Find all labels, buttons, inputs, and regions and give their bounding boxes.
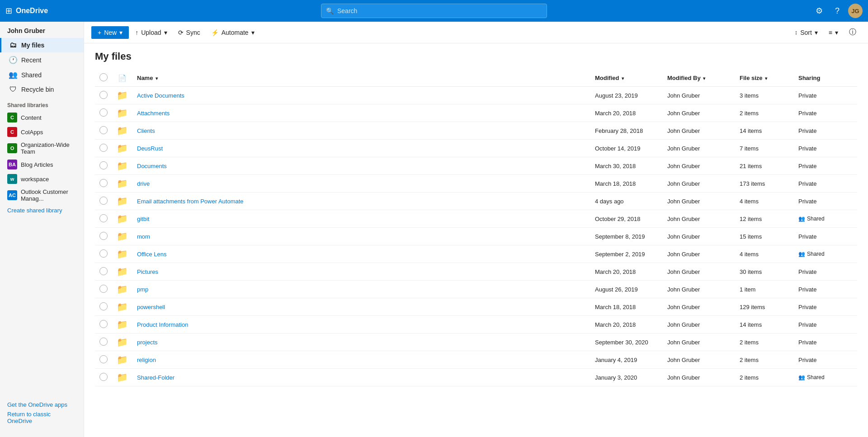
header-checkbox[interactable] bbox=[99, 73, 108, 81]
lib-label: ColApps bbox=[21, 129, 43, 136]
row-checkbox[interactable] bbox=[99, 302, 108, 310]
file-table-body: 📁Active DocumentsAugust 23, 2019John Gru… bbox=[95, 87, 857, 386]
sidebar-item-workspace[interactable]: w workspace bbox=[0, 172, 84, 186]
view-button[interactable]: ≡ ▾ bbox=[824, 26, 843, 39]
row-file-name[interactable]: powershell bbox=[132, 298, 590, 316]
table-row[interactable]: 📁Email attachments from Power Automate4 … bbox=[95, 193, 857, 210]
table-row[interactable]: 📁gitbitOctober 29, 2018John Gruber12 ite… bbox=[95, 210, 857, 228]
row-folder-icon-cell: 📁 bbox=[112, 351, 132, 369]
row-file-name[interactable]: Clients bbox=[132, 122, 590, 140]
row-checkbox[interactable] bbox=[99, 320, 108, 328]
sidebar-item-blog-articles[interactable]: BA Blog Articles bbox=[0, 157, 84, 172]
sidebar-item-my-files[interactable]: 🗂 My files bbox=[0, 38, 84, 52]
col-header-modified[interactable]: Modified ▾ bbox=[590, 70, 663, 87]
table-row[interactable]: 📁Active DocumentsAugust 23, 2019John Gru… bbox=[95, 87, 857, 104]
sidebar-item-colapps[interactable]: C ColApps bbox=[0, 125, 84, 139]
row-folder-icon-cell: 📁 bbox=[112, 104, 132, 122]
col-header-name[interactable]: Name ▾ bbox=[132, 70, 590, 87]
table-row[interactable]: 📁DocumentsMarch 30, 2018John Gruber21 it… bbox=[95, 157, 857, 175]
search-input[interactable] bbox=[337, 7, 542, 14]
new-button[interactable]: + New ▾ bbox=[91, 26, 129, 39]
sidebar-item-recycle-bin[interactable]: 🛡 Recycle bin bbox=[0, 82, 84, 97]
table-row[interactable]: 📁AttachmentsMarch 20, 2018John Gruber2 i… bbox=[95, 104, 857, 122]
row-file-name[interactable]: drive bbox=[132, 175, 590, 193]
row-checkbox[interactable] bbox=[99, 179, 108, 187]
sidebar-item-content[interactable]: C Content bbox=[0, 110, 84, 125]
row-modified-date: March 20, 2018 bbox=[590, 316, 663, 334]
upload-chevron-icon: ▾ bbox=[164, 29, 167, 36]
row-checkbox[interactable] bbox=[99, 355, 108, 363]
table-row[interactable]: 📁Shared-FolderJanuary 3, 2020John Gruber… bbox=[95, 369, 857, 386]
row-modified-date: 4 days ago bbox=[590, 193, 663, 210]
row-checkbox[interactable] bbox=[99, 232, 108, 240]
row-checkbox[interactable] bbox=[99, 214, 108, 222]
sidebar-item-org-wide[interactable]: O Organization-Wide Team bbox=[0, 139, 84, 157]
sidebar-item-recent[interactable]: 🕐 Recent bbox=[0, 52, 84, 67]
table-row[interactable]: 📁DeusRustOctober 14, 2019John Gruber7 it… bbox=[95, 140, 857, 157]
row-checkbox[interactable] bbox=[99, 197, 108, 205]
table-row[interactable]: 📁PicturesMarch 20, 2018John Gruber30 ite… bbox=[95, 263, 857, 281]
table-row[interactable]: 📁momSeptember 8, 2019John Gruber15 items… bbox=[95, 228, 857, 245]
row-file-name[interactable]: Pictures bbox=[132, 263, 590, 281]
row-modified-date: March 20, 2018 bbox=[590, 104, 663, 122]
row-checkbox[interactable] bbox=[99, 91, 108, 99]
table-row[interactable]: 📁religionJanuary 4, 2019John Gruber2 ite… bbox=[95, 351, 857, 369]
table-row[interactable]: 📁pmpAugust 26, 2019John Gruber1 itemPriv… bbox=[95, 281, 857, 298]
row-file-name[interactable]: DeusRust bbox=[132, 140, 590, 157]
get-onedrive-apps-link[interactable]: Get the OneDrive apps bbox=[7, 401, 76, 408]
row-checkbox[interactable] bbox=[99, 285, 108, 293]
row-file-name[interactable]: pmp bbox=[132, 281, 590, 298]
row-file-name[interactable]: Office Lens bbox=[132, 245, 590, 263]
row-modified-date: September 30, 2020 bbox=[590, 334, 663, 351]
sidebar-item-shared[interactable]: 👥 Shared bbox=[0, 67, 84, 82]
row-checkbox[interactable] bbox=[99, 267, 108, 275]
row-sharing: Private bbox=[794, 263, 857, 281]
return-classic-link[interactable]: Return to classic OneDrive bbox=[7, 411, 76, 424]
row-file-name[interactable]: Product Information bbox=[132, 316, 590, 334]
sync-button[interactable]: ⟳ Sync bbox=[174, 26, 205, 39]
row-checkbox[interactable] bbox=[99, 126, 108, 134]
automate-button[interactable]: ⚡ Automate ▾ bbox=[207, 26, 259, 39]
table-row[interactable]: 📁ClientsFebruary 28, 2018John Gruber14 i… bbox=[95, 122, 857, 140]
row-file-name[interactable]: Email attachments from Power Automate bbox=[132, 193, 590, 210]
info-button[interactable]: ⓘ bbox=[844, 25, 861, 40]
settings-icon[interactable]: ⚙ bbox=[812, 4, 826, 18]
row-checkbox[interactable] bbox=[99, 108, 108, 117]
row-file-name[interactable]: Active Documents bbox=[132, 87, 590, 104]
create-shared-library-link[interactable]: Create shared library bbox=[0, 204, 84, 216]
row-file-name[interactable]: Attachments bbox=[132, 104, 590, 122]
row-file-name[interactable]: projects bbox=[132, 334, 590, 351]
help-icon[interactable]: ? bbox=[830, 4, 844, 18]
row-file-name[interactable]: Documents bbox=[132, 157, 590, 175]
search-bar[interactable]: 🔍 bbox=[321, 4, 547, 18]
col-header-file-size[interactable]: File size ▾ bbox=[735, 70, 794, 87]
table-row[interactable]: 📁projectsSeptember 30, 2020John Gruber2 … bbox=[95, 334, 857, 351]
row-file-name[interactable]: mom bbox=[132, 228, 590, 245]
name-sort-icon: ▾ bbox=[156, 76, 158, 81]
upload-button[interactable]: ↑ Upload ▾ bbox=[131, 26, 171, 39]
col-modified-label: Modified bbox=[595, 75, 619, 81]
row-file-name[interactable]: religion bbox=[132, 351, 590, 369]
row-checkbox[interactable] bbox=[99, 373, 108, 381]
table-row[interactable]: 📁Product InformationMarch 20, 2018John G… bbox=[95, 316, 857, 334]
sort-button[interactable]: ↕ Sort ▾ bbox=[790, 26, 822, 39]
waffle-icon[interactable]: ⊞ bbox=[5, 6, 12, 16]
row-checkbox[interactable] bbox=[99, 249, 108, 258]
row-folder-icon-cell: 📁 bbox=[112, 175, 132, 193]
sidebar-item-outlook-customer[interactable]: AC Outlook Customer Manag... bbox=[0, 186, 84, 204]
org-wide-lib-avatar: O bbox=[7, 143, 17, 153]
avatar[interactable]: JG bbox=[848, 4, 863, 18]
table-row[interactable]: 📁Office LensSeptember 2, 2019John Gruber… bbox=[95, 245, 857, 263]
row-checkbox[interactable] bbox=[99, 161, 108, 169]
row-file-size: 4 items bbox=[735, 193, 794, 210]
row-checkbox[interactable] bbox=[99, 144, 108, 152]
row-file-name[interactable]: gitbit bbox=[132, 210, 590, 228]
row-sharing: Private bbox=[794, 351, 857, 369]
row-modified-by: John Gruber bbox=[663, 175, 735, 193]
col-header-modified-by[interactable]: Modified By ▾ bbox=[663, 70, 735, 87]
table-row[interactable]: 📁driveMarch 18, 2018John Gruber173 items… bbox=[95, 175, 857, 193]
row-checkbox[interactable] bbox=[99, 338, 108, 346]
table-row[interactable]: 📁powershellMarch 18, 2018John Gruber129 … bbox=[95, 298, 857, 316]
row-file-name[interactable]: Shared-Folder bbox=[132, 369, 590, 386]
row-sharing: Private bbox=[794, 298, 857, 316]
